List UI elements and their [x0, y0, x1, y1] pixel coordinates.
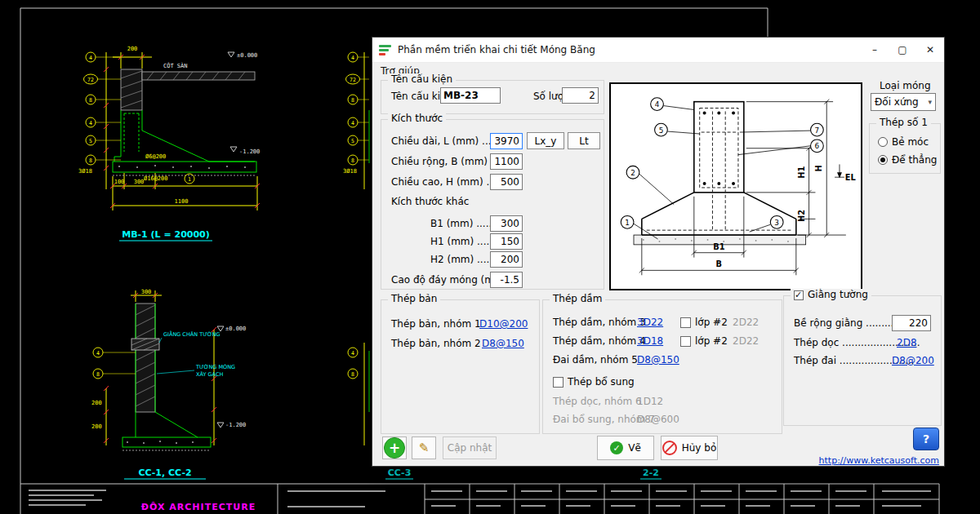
- slab-row2-label: Thép bản, nhóm 2: [391, 338, 481, 349]
- diagram-dim-b1: B1: [713, 242, 724, 251]
- update-button[interactable]: Cập nhật: [443, 436, 497, 459]
- radio-be-moc[interactable]: [878, 137, 888, 147]
- beam-row6-value: 1D12: [637, 396, 663, 407]
- cancel-button[interactable]: Hủy bỏ: [661, 436, 718, 460]
- h1-label: H1 (mm) ......: [430, 236, 496, 247]
- help-button[interactable]: ?: [913, 428, 939, 450]
- extra-steel-label: Thép bổ sung: [568, 376, 635, 388]
- titlebar[interactable]: Phần mềm triển khai chi tiết Móng Băng –…: [372, 38, 944, 63]
- beam-row6-label: Thép dọc, nhóm 6: [553, 396, 642, 407]
- slab-steel-group: Thép bản Thép bản, nhóm 1 D10@200 Thép b…: [381, 299, 540, 434]
- svg-text:TƯỜNG MÓNG: TƯỜNG MÓNG: [195, 363, 235, 370]
- tie-beam-checkbox[interactable]: [794, 290, 804, 300]
- layer2-checkbox-1[interactable]: [680, 317, 691, 328]
- foundation-type-label: Loại móng: [880, 80, 931, 91]
- cad-drawing-2: 4 72 8 4 5 8 3Ø18: [343, 52, 369, 189]
- svg-text:4: 4: [351, 120, 354, 126]
- svg-text:3: 3: [774, 219, 779, 227]
- no-entry-icon: [662, 441, 677, 455]
- h2-label: H2 (mm) ......: [430, 254, 496, 265]
- beam-row5-label: Đai dầm, nhóm 5: [553, 354, 638, 366]
- edit-button[interactable]: ✎: [412, 436, 436, 459]
- diagram-dim-h: H: [814, 165, 823, 171]
- svg-text:8: 8: [96, 371, 100, 378]
- svg-text:Ø16@200: Ø16@200: [144, 175, 168, 182]
- plus-icon: +: [384, 437, 405, 459]
- beam-row7-value: D8@600: [637, 414, 679, 425]
- svg-text:1: 1: [188, 176, 191, 183]
- beam-row3-label: Thép dầm, nhóm 3: [553, 317, 646, 328]
- lxy-button[interactable]: Lx_y: [527, 132, 564, 149]
- screen: ĐÔX ARCHITECTURE 4 72: [0, 0, 980, 514]
- width-label: Chiều rộng, B (mm) .....: [391, 156, 506, 167]
- diagram-callouts: 4 5 2 1 3 7 6: [621, 98, 823, 228]
- beam-row5-link[interactable]: D8@150: [637, 354, 679, 366]
- minimize-button[interactable]: –: [861, 38, 889, 62]
- h2-input[interactable]: [490, 251, 523, 268]
- tie-group-title: Giằng tường: [808, 289, 868, 301]
- tie-long-link[interactable]: 2D8: [897, 337, 917, 348]
- tie-stirrup-link[interactable]: D8@200: [892, 355, 934, 366]
- svg-text:-1.200: -1.200: [239, 148, 260, 155]
- foundation-type-select[interactable]: Đối xứng ▾: [871, 93, 936, 111]
- draw-button[interactable]: ✓ Vẽ: [597, 436, 654, 460]
- svg-text:200: 200: [91, 400, 102, 406]
- beam-row3-link[interactable]: 3D22: [637, 317, 663, 328]
- add-button[interactable]: +: [382, 436, 407, 459]
- h1-input[interactable]: [490, 233, 523, 250]
- svg-text:4: 4: [655, 100, 660, 109]
- lt-button[interactable]: Lt: [568, 132, 600, 149]
- cancel-button-label: Hủy bỏ: [682, 442, 717, 454]
- maximize-button[interactable]: ▢: [889, 38, 916, 62]
- dimensions-group: Kích thước Chiều dài, L (mm) ........ Lx…: [381, 119, 604, 290]
- layer2-checkbox-2[interactable]: [680, 336, 691, 347]
- width-input[interactable]: [490, 153, 523, 170]
- website-link[interactable]: http://www.ketcausoft.com: [819, 455, 939, 466]
- height-input[interactable]: [490, 174, 523, 190]
- svg-text:CỐT SÀN: CỐT SÀN: [163, 62, 188, 69]
- depth-input[interactable]: [490, 272, 523, 288]
- svg-text:-1.200: -1.200: [225, 422, 246, 428]
- b1-label: B1 (mm) ......: [430, 218, 495, 229]
- length-input[interactable]: [490, 133, 523, 149]
- other-dims-label: Kích thước khác: [391, 196, 469, 207]
- window-title: Phần mềm triển khai chi tiết Móng Băng: [398, 44, 595, 55]
- extra-steel-checkbox[interactable]: [553, 377, 564, 388]
- cad-drawing-cc12: 300 GIẰNG CHÂN TƯỜNG TƯỜNG MÓNG XÂY GẠCH…: [91, 289, 246, 479]
- layer2-label-1: lớp #2: [695, 317, 728, 328]
- slab-row1-link[interactable]: D10@200: [479, 318, 528, 330]
- radio-de-thang[interactable]: [878, 155, 888, 165]
- b1-input[interactable]: [490, 215, 523, 232]
- svg-text:5: 5: [659, 126, 664, 135]
- component-group-title: Tên cấu kiện: [388, 73, 456, 86]
- height-label: Chiều cao, H (mm) ......: [391, 176, 505, 188]
- beam-group-title: Thép dầm: [550, 293, 605, 305]
- slab-row2-link[interactable]: D8@150: [482, 338, 524, 349]
- layer2-label-2: lớp #2: [695, 335, 728, 347]
- slab-row1-label: Thép bản, nhóm 1: [391, 318, 481, 330]
- beam-steel-group: Thép dầm Thép dầm, nhóm 3 3D22 lớp #2 2D…: [542, 299, 782, 434]
- chevron-down-icon: ▾: [928, 98, 932, 106]
- svg-text:200: 200: [127, 46, 138, 52]
- radio-be-moc-label: Bẻ móc: [892, 136, 929, 148]
- quantity-input[interactable]: [562, 87, 599, 104]
- beam-row4-link[interactable]: 3D18: [637, 335, 663, 347]
- svg-text:Ø6@200: Ø6@200: [145, 153, 166, 160]
- app-icon: [379, 45, 391, 55]
- dimensions-group-title: Kích thước: [388, 113, 446, 125]
- svg-text:4: 4: [351, 350, 354, 357]
- diagram-dim-h2: H2: [797, 210, 806, 222]
- close-button[interactable]: ✕: [916, 38, 944, 62]
- tie-width-input[interactable]: [892, 315, 931, 331]
- svg-text:8: 8: [351, 157, 354, 164]
- drawing2-title: CC-1, CC-2: [138, 467, 191, 478]
- steel1-group-title: Thép số 1: [876, 117, 931, 129]
- slab-group-title: Thép bản: [388, 293, 440, 305]
- depth-label: Cao độ đáy móng (m): [391, 274, 498, 286]
- svg-text:5: 5: [351, 138, 354, 144]
- component-name-input[interactable]: [440, 87, 501, 104]
- check-icon: ✓: [610, 441, 623, 454]
- svg-text:72: 72: [350, 77, 356, 83]
- titleblock-company: ĐÔX ARCHITECTURE: [141, 502, 256, 512]
- pencil-icon: ✎: [419, 442, 430, 454]
